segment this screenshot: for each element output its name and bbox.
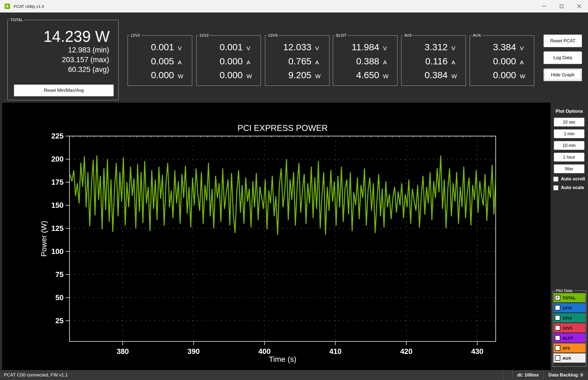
rail-12v1-volts: 0.001 bbox=[151, 42, 174, 52]
legend-checkbox[interactable] bbox=[555, 355, 560, 361]
nvidia-logo-icon bbox=[4, 3, 10, 9]
legend-row-12v1[interactable]: 12V1 bbox=[554, 303, 586, 312]
svg-text:Time (s): Time (s) bbox=[269, 355, 296, 363]
reset-pcat-button[interactable]: Reset PCAT bbox=[543, 34, 582, 47]
legend-row-total[interactable]: ✓ TOTAL bbox=[554, 293, 586, 302]
svg-text:400: 400 bbox=[258, 347, 271, 356]
maximize-button[interactable] bbox=[553, 0, 570, 12]
rail-aux-volts: 3.384 bbox=[493, 42, 516, 52]
plot-range-1min-button[interactable]: 1 min bbox=[554, 129, 584, 138]
rail-12v3-watts: 9.205 bbox=[288, 70, 311, 80]
svg-text:380: 380 bbox=[116, 347, 129, 356]
total-min-value: 12.983 (min) bbox=[8, 45, 118, 55]
legend-row-12v2[interactable]: 12V2 bbox=[554, 313, 586, 322]
svg-text:PCI EXPRESS POWER: PCI EXPRESS POWER bbox=[238, 123, 328, 133]
auto-scroll-checkbox-box[interactable] bbox=[553, 177, 558, 182]
status-backlog: Data Backlog: 0 bbox=[543, 370, 588, 380]
svg-text:390: 390 bbox=[188, 347, 200, 356]
svg-text:Power (W): Power (W) bbox=[40, 221, 48, 257]
auto-scroll-checkbox[interactable]: Auto scroll bbox=[553, 176, 585, 182]
plot-range-max-button[interactable]: Max bbox=[554, 164, 584, 173]
rail-12v1-watts: 0.000 bbox=[151, 70, 174, 80]
svg-text:200: 200 bbox=[51, 155, 64, 163]
rail-12v3-amps: 0.765 bbox=[288, 56, 311, 67]
minimize-button[interactable] bbox=[535, 0, 553, 12]
status-spacer bbox=[503, 370, 513, 380]
rail-12v2-panel: 12V2 0.001V 0.000A 0.000W bbox=[196, 35, 261, 86]
legend-row-12v3[interactable]: 12V3 bbox=[554, 323, 586, 332]
log-data-button[interactable]: Log Data bbox=[543, 51, 582, 64]
svg-text:50: 50 bbox=[55, 294, 64, 302]
legend-checkbox[interactable] bbox=[555, 335, 560, 341]
total-panel-label: TOTAL bbox=[9, 17, 24, 22]
plot-range-10min-button[interactable]: 10 min bbox=[554, 141, 584, 150]
plot-sidebar: Plot Options 10 sec 1 min 10 min 1 hour … bbox=[551, 103, 588, 370]
svg-text:100: 100 bbox=[51, 247, 64, 256]
status-dt: dt: 100ms bbox=[513, 370, 543, 380]
svg-text:175: 175 bbox=[51, 178, 64, 186]
rail-3v3-watts: 0.384 bbox=[425, 70, 448, 80]
window-controls bbox=[535, 0, 588, 12]
svg-text:430: 430 bbox=[471, 347, 483, 356]
plot-data-label: Plot Data bbox=[555, 288, 574, 293]
total-max-value: 203.157 (max) bbox=[8, 55, 118, 65]
plot-options-label: Plot Options bbox=[551, 109, 588, 114]
rail-12v3-panel: 12V3 12.033V 0.765A 9.205W bbox=[265, 35, 330, 86]
svg-text:125: 125 bbox=[51, 224, 64, 233]
rail-slot-amps: 0.388 bbox=[356, 56, 379, 67]
legend-checkbox[interactable] bbox=[555, 325, 560, 331]
rail-12v2-amps: 0.000 bbox=[220, 56, 243, 67]
rail-12v1-panel: 12V1 0.001V 0.005A 0.000W bbox=[128, 35, 192, 86]
svg-text:225: 225 bbox=[51, 132, 64, 140]
total-avg-value: 60.325 (avg) bbox=[8, 65, 118, 74]
reset-minmaxavg-button[interactable]: Reset Min/Max/Avg bbox=[14, 84, 114, 96]
svg-text:25: 25 bbox=[55, 317, 64, 325]
plot-range-1hour-button[interactable]: 1 hour bbox=[554, 153, 584, 162]
auto-scale-checkbox[interactable]: Auto scale bbox=[553, 185, 584, 191]
legend-checkbox[interactable] bbox=[555, 345, 560, 351]
legend-checkbox[interactable] bbox=[555, 315, 560, 321]
plot-data-panel: Plot Data ✓ TOTAL 12V1 12V2 12V3 SLOT bbox=[553, 291, 586, 367]
rail-12v1-amps: 0.005 bbox=[151, 56, 174, 67]
legend-row-3v3[interactable]: 3V3 bbox=[554, 343, 586, 353]
rail-3v3-volts: 3.312 bbox=[425, 42, 448, 52]
rail-aux-amps: 0.000 bbox=[493, 56, 516, 67]
total-panel: TOTAL 14.239 W 12.983 (min) 203.157 (max… bbox=[7, 20, 119, 100]
window-title: PCAT Utility v1.5 bbox=[14, 4, 44, 9]
rail-12v2-volts: 0.001 bbox=[220, 42, 243, 52]
svg-text:420: 420 bbox=[400, 347, 412, 356]
rail-slot-volts: 11.984 bbox=[352, 42, 379, 52]
rail-slot-panel: SLOT 11.984V 0.388A 4.650W bbox=[333, 35, 397, 86]
close-button[interactable] bbox=[570, 0, 588, 12]
rail-slot-watts: 4.650 bbox=[356, 70, 379, 80]
rail-12v3-volts: 12.033 bbox=[283, 42, 311, 52]
rail-aux-panel: AUX 3.384V 0.000A 0.000W bbox=[470, 35, 534, 86]
power-chart: 2550751001251501752002253803904004104204… bbox=[2, 103, 551, 370]
legend-checkbox[interactable]: ✓ bbox=[555, 295, 560, 300]
rail-3v3-amps: 0.116 bbox=[425, 56, 448, 67]
hide-graph-button[interactable]: Hide Graph bbox=[543, 68, 582, 81]
legend-row-slot[interactable]: SLOT bbox=[554, 333, 586, 343]
total-power-value: 14.239 W bbox=[8, 28, 118, 45]
legend-row-aux[interactable]: AUX bbox=[554, 353, 586, 363]
status-connection: PCAT C00 connected, FW v1.1 bbox=[0, 370, 503, 380]
plot-range-10sec-button[interactable]: 10 sec bbox=[554, 118, 584, 127]
legend-checkbox[interactable] bbox=[555, 305, 560, 310]
rail-12v2-watts: 0.000 bbox=[220, 70, 243, 80]
svg-text:410: 410 bbox=[329, 347, 342, 356]
svg-text:150: 150 bbox=[51, 201, 64, 209]
rail-aux-watts: 0.000 bbox=[493, 70, 516, 80]
status-bar: PCAT C00 connected, FW v1.1 dt: 100ms Da… bbox=[0, 370, 588, 380]
rail-3v3-panel: 3V3 3.312V 0.116A 0.384W bbox=[401, 35, 466, 86]
svg-text:75: 75 bbox=[55, 271, 64, 279]
title-bar: PCAT Utility v1.5 bbox=[0, 0, 588, 12]
auto-scale-checkbox-box[interactable] bbox=[553, 185, 558, 190]
